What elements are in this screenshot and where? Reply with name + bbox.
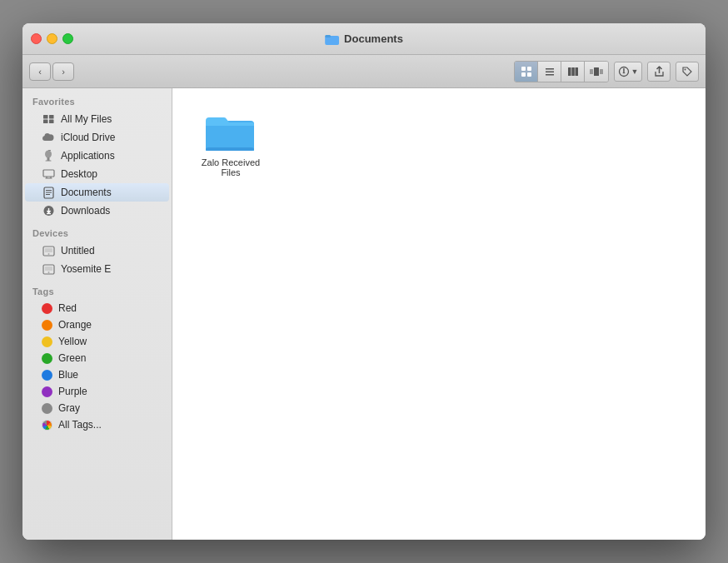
svg-rect-8: [546, 74, 554, 76]
all-tags-dot: [42, 420, 52, 431]
sidebar-item-all-my-files[interactable]: All My Files: [25, 110, 169, 128]
title-folder-icon: [325, 33, 339, 45]
column-view-icon: [567, 66, 579, 77]
sidebar-item-icloud[interactable]: iCloud Drive: [25, 128, 169, 147]
content-area: Favorites All My Files: [22, 88, 706, 540]
blue-tag-label: Blue: [58, 369, 78, 381]
svg-point-23: [45, 151, 52, 158]
downloads-icon: [42, 204, 55, 217]
svg-rect-21: [43, 120, 48, 124]
svg-rect-13: [594, 67, 599, 76]
list-view-button[interactable]: [538, 62, 561, 82]
green-tag-dot: [42, 353, 52, 364]
yellow-tag-dot: [42, 336, 52, 347]
devices-header: Devices: [22, 220, 172, 242]
svg-rect-38: [45, 248, 52, 252]
gray-tag-dot: [42, 403, 52, 414]
downloads-label: Downloads: [61, 205, 110, 217]
svg-rect-10: [571, 67, 575, 76]
nav-buttons: ‹ ›: [29, 62, 74, 81]
yosemite-drive-icon: [42, 262, 55, 276]
documents-label: Documents: [61, 187, 112, 198]
desktop-icon: [42, 167, 55, 181]
tag-button[interactable]: [676, 62, 699, 82]
orange-tag-dot: [42, 320, 52, 331]
svg-rect-14: [600, 69, 603, 74]
icloud-icon: [42, 131, 55, 144]
svg-rect-11: [575, 67, 578, 76]
tags-header: Tags: [22, 278, 172, 300]
svg-rect-19: [43, 115, 48, 119]
untitled-drive-icon: [42, 244, 55, 257]
arrange-arrow: ▼: [631, 67, 639, 76]
blue-tag-dot: [42, 370, 52, 381]
sidebar-item-yosemite[interactable]: Yosemite E: [25, 260, 169, 278]
traffic-lights: [31, 33, 73, 44]
svg-rect-7: [546, 71, 554, 72]
svg-rect-16: [623, 68, 625, 72]
cover-flow-button[interactable]: [585, 62, 608, 82]
window-title-text: Documents: [344, 32, 403, 45]
file-label-zalo: Zalo Received Files: [196, 157, 266, 177]
all-my-files-icon: [42, 112, 55, 126]
cover-flow-icon: [589, 66, 604, 77]
svg-rect-27: [43, 170, 54, 177]
sidebar-item-tag-yellow[interactable]: Yellow: [25, 333, 169, 350]
all-my-files-label: All My Files: [61, 113, 112, 125]
untitled-label: Untitled: [61, 245, 95, 257]
forward-button[interactable]: ›: [52, 62, 74, 81]
close-button[interactable]: [31, 33, 42, 44]
all-tags-label: All Tags...: [58, 419, 102, 431]
green-tag-label: Green: [58, 352, 86, 364]
finder-window: Documents ‹ ›: [22, 23, 706, 540]
svg-rect-1: [325, 35, 331, 37]
folder-icon: [206, 112, 256, 153]
sidebar-item-desktop[interactable]: Desktop: [25, 165, 169, 183]
sidebar: Favorites All My Files: [22, 88, 172, 540]
svg-point-18: [685, 68, 686, 70]
sidebar-item-documents[interactable]: Documents: [25, 183, 169, 202]
svg-rect-3: [527, 67, 531, 71]
toolbar: ‹ ›: [22, 55, 706, 88]
red-tag-dot: [42, 303, 52, 314]
sidebar-item-tag-green[interactable]: Green: [25, 350, 169, 366]
svg-rect-5: [527, 72, 531, 77]
maximize-button[interactable]: [62, 33, 73, 44]
icon-view-button[interactable]: [515, 62, 538, 82]
arrange-icon: [618, 66, 630, 77]
sidebar-item-tag-orange[interactable]: Orange: [25, 316, 169, 333]
sidebar-item-tag-purple[interactable]: Purple: [25, 383, 169, 400]
applications-label: Applications: [61, 150, 115, 162]
sidebar-item-downloads[interactable]: Downloads: [25, 202, 169, 220]
view-controls: [514, 61, 609, 82]
sidebar-item-tag-red[interactable]: Red: [25, 300, 169, 316]
applications-icon: [42, 149, 55, 162]
sidebar-item-applications[interactable]: Applications: [25, 147, 169, 165]
sidebar-item-tag-blue[interactable]: Blue: [25, 366, 169, 383]
svg-rect-6: [546, 68, 554, 70]
sidebar-item-tag-gray[interactable]: Gray: [25, 400, 169, 416]
red-tag-label: Red: [58, 302, 77, 314]
orange-tag-label: Orange: [58, 319, 92, 331]
svg-rect-45: [206, 147, 254, 151]
tag-icon: [681, 66, 693, 77]
svg-point-39: [47, 253, 49, 255]
svg-rect-25: [46, 161, 52, 162]
column-view-button[interactable]: [561, 62, 585, 82]
svg-rect-22: [49, 120, 54, 124]
svg-rect-4: [521, 72, 526, 77]
svg-rect-12: [590, 69, 593, 74]
file-item-zalo[interactable]: Zalo Received Files: [189, 105, 272, 184]
sidebar-item-all-tags[interactable]: All Tags...: [25, 416, 169, 433]
purple-tag-label: Purple: [58, 386, 87, 397]
sidebar-item-untitled[interactable]: Untitled: [25, 242, 169, 260]
svg-rect-41: [45, 267, 52, 271]
minimize-button[interactable]: [47, 33, 57, 44]
svg-point-42: [47, 272, 49, 273]
icloud-label: iCloud Drive: [61, 132, 115, 143]
share-button[interactable]: [647, 62, 671, 82]
svg-rect-44: [206, 126, 254, 151]
yosemite-label: Yosemite E: [61, 263, 111, 275]
arrange-button[interactable]: ▼: [614, 62, 642, 82]
back-button[interactable]: ‹: [29, 62, 51, 81]
